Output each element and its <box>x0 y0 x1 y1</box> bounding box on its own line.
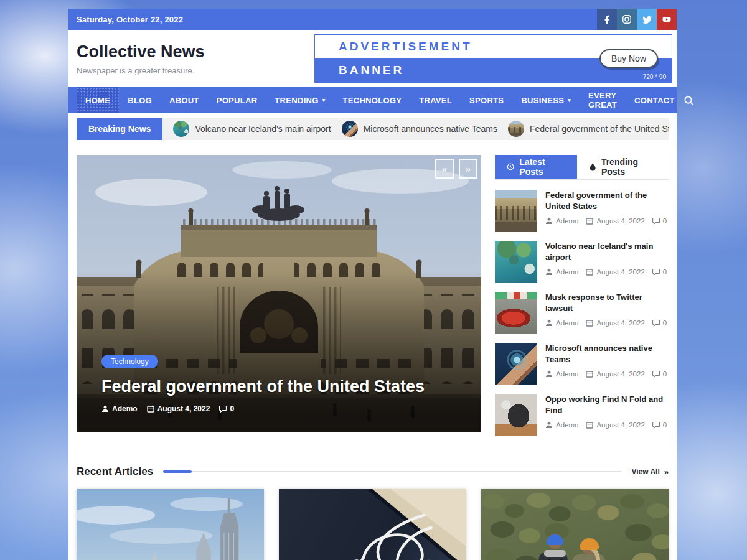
date-text: August 4, 2022 <box>157 404 210 413</box>
list-item[interactable]: Volcano near Iceland's main airport Adem… <box>495 236 669 287</box>
advertisement-banner[interactable]: ADVERTISEMENT BANNER Buy Now 720 * 90 <box>314 34 672 83</box>
buy-now-button[interactable]: Buy Now <box>599 49 658 68</box>
calendar-icon <box>586 421 593 429</box>
post-author: Ademo <box>545 268 578 276</box>
section-title: Recent Articles <box>77 465 153 478</box>
post-comments: 0 <box>652 421 667 429</box>
facebook-icon[interactable] <box>597 9 617 30</box>
author-icon <box>545 319 553 327</box>
post-title[interactable]: Oppo working Find N Fold and Find <box>545 394 669 416</box>
post-comments: 0 <box>652 217 667 225</box>
ticker-item[interactable]: Volcano near Iceland's main airport <box>173 121 331 137</box>
post-date: August 4, 2022 <box>586 217 644 225</box>
calendar-icon <box>586 217 593 225</box>
comment-count: 0 <box>230 404 234 413</box>
featured-post-title[interactable]: Federal government of the United States <box>101 377 456 396</box>
nav-item-contact[interactable]: CONTACT <box>626 87 684 113</box>
card-image-city-skyline <box>77 489 264 560</box>
ticker-item-title: Volcano near Iceland's main airport <box>195 124 331 134</box>
ticker-thumbnail-volcano <box>173 121 189 137</box>
sidebar-tabs: Latest Posts Trending Posts <box>495 155 669 180</box>
author-icon <box>545 370 553 378</box>
post-title[interactable]: Musk response to Twitter lawsuit <box>545 292 669 314</box>
breaking-news-ticker: Breaking News Volcano near Iceland's mai… <box>77 118 669 140</box>
recent-articles-grid <box>77 489 669 560</box>
nav-item-business[interactable]: BUSINESS ▾ <box>512 87 580 113</box>
comment-icon <box>652 217 660 225</box>
article-card[interactable] <box>77 489 264 560</box>
author-icon <box>545 421 553 429</box>
comment-icon <box>652 421 660 429</box>
nav-item-every-great[interactable]: EVERY GREAT <box>580 87 626 113</box>
section-divider <box>163 471 621 472</box>
slider-next-button[interactable]: » <box>459 159 477 179</box>
flame-icon <box>589 162 596 171</box>
card-image-earphones-laptop <box>279 489 466 560</box>
article-card[interactable] <box>279 489 466 560</box>
page-container: Saturday, October 22, 2022 Collective Ne… <box>68 9 677 560</box>
post-author: Ademo <box>545 319 578 327</box>
slider-controls: « » <box>435 159 477 179</box>
slider-caption: Technology Federal government of the Uni… <box>101 355 456 413</box>
site-tagline: Newspaper is a greater treasure. <box>77 66 205 75</box>
comment-icon <box>652 319 660 327</box>
nav-item-trending[interactable]: TRENDING ▾ <box>266 87 334 113</box>
ticker-thumbnail-federal <box>508 121 524 137</box>
article-card[interactable] <box>481 489 669 560</box>
nav-item-popular[interactable]: POPULAR <box>208 87 266 113</box>
recent-articles-header: Recent Articles View All » <box>77 465 669 478</box>
instagram-icon[interactable] <box>617 9 637 30</box>
ticker-item-title: Microsoft announces native Teams <box>364 124 497 134</box>
post-comments: 0 <box>652 370 667 378</box>
comment-icon <box>652 370 660 378</box>
post-thumbnail-race-car <box>495 292 537 334</box>
view-all-link[interactable]: View All » <box>631 467 669 477</box>
nav-item-technology[interactable]: TECHNOLOGY <box>334 87 410 113</box>
list-item[interactable]: Oppo working Find N Fold and Find Ademo … <box>495 390 669 441</box>
post-thumbnail-desk <box>495 394 537 436</box>
nav-item-home[interactable]: HOME <box>77 87 119 113</box>
post-comments: 0 <box>652 268 667 276</box>
youtube-icon[interactable] <box>657 9 677 30</box>
ticker-item-title: Federal government of the United States <box>530 124 669 134</box>
sidebar: Latest Posts Trending Posts Federal gove… <box>495 155 669 441</box>
post-title[interactable]: Federal government of the United States <box>545 190 669 212</box>
post-date: August 4, 2022 <box>147 404 210 413</box>
tab-trending-posts[interactable]: Trending Posts <box>577 155 669 179</box>
featured-slider: « » Technology Federal government of the… <box>77 155 481 432</box>
post-title[interactable]: Microsoft announces native Teams <box>545 343 669 365</box>
slider-prev-button[interactable]: « <box>435 159 454 179</box>
post-date: August 4, 2022 <box>586 319 644 327</box>
post-title[interactable]: Volcano near Iceland's main airport <box>545 241 669 263</box>
post-meta: Ademo August 4, 2022 0 <box>545 421 669 429</box>
nav-item-sports[interactable]: SPORTS <box>461 87 512 113</box>
list-item[interactable]: Microsoft announces native Teams Ademo A… <box>495 338 669 390</box>
card-image-mountain-hikers <box>481 489 669 560</box>
author-icon <box>545 268 553 276</box>
clock-icon <box>507 162 514 171</box>
nav-item-about[interactable]: ABOUT <box>161 87 208 113</box>
tab-latest-posts[interactable]: Latest Posts <box>495 155 577 179</box>
site-title[interactable]: Collective News <box>77 42 205 62</box>
ticker-item[interactable]: Microsoft announces native Teams <box>342 121 497 137</box>
nav-item-blog[interactable]: BLOG <box>119 87 161 113</box>
author-icon <box>101 405 109 413</box>
latest-posts-list: Federal government of the United States … <box>495 185 669 441</box>
chevron-down-icon: ▾ <box>568 97 571 103</box>
author-name: Ademo <box>112 404 138 413</box>
post-thumbnail-volcano <box>495 241 537 283</box>
nav-item-travel[interactable]: TRAVEL <box>410 87 461 113</box>
post-author: Ademo <box>545 217 578 225</box>
post-author: Ademo <box>545 421 578 429</box>
main-navigation: HOME BLOG ABOUT POPULAR TRENDING ▾ TECHN… <box>68 87 677 113</box>
site-branding: Collective News Newspaper is a greater t… <box>77 42 205 75</box>
ticker-item[interactable]: Federal government of the United States <box>508 121 669 137</box>
post-meta: Ademo August 4, 2022 0 <box>545 370 669 378</box>
list-item[interactable]: Musk response to Twitter lawsuit Ademo A… <box>495 287 669 338</box>
post-date: August 4, 2022 <box>586 370 644 378</box>
category-badge[interactable]: Technology <box>101 355 158 368</box>
search-icon[interactable] <box>684 87 694 113</box>
list-item[interactable]: Federal government of the United States … <box>495 185 669 236</box>
twitter-icon[interactable] <box>637 9 657 30</box>
nav-item-label: BUSINESS <box>521 96 564 105</box>
